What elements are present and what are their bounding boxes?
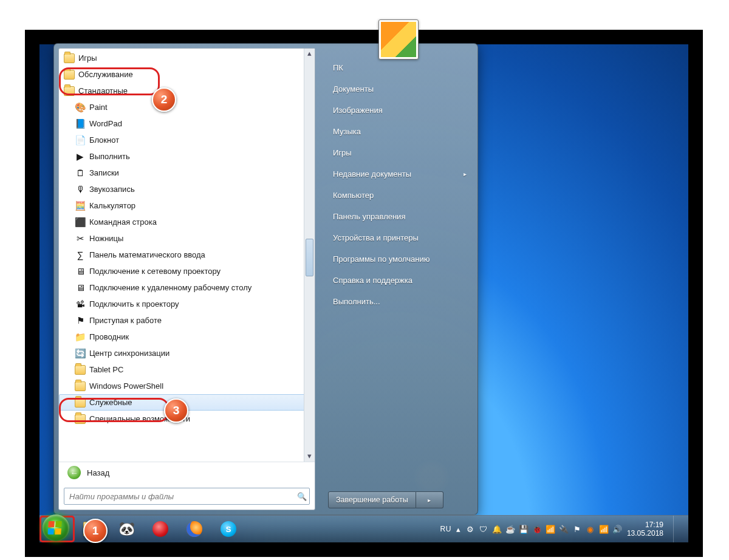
start-right-link[interactable]: Устройства и принтеры [328,227,471,248]
program-item[interactable]: 🖥 Подключение к сетевому проектору [59,263,315,279]
program-folder[interactable]: Игры [59,50,315,66]
program-item[interactable]: ∑ Панель математического ввода [59,247,315,263]
back-button[interactable]: ← Назад [59,462,315,483]
app-icon: 🖥 [75,282,86,293]
program-label: Командная строка [89,217,157,227]
program-subfolder[interactable]: Служебные [59,394,315,411]
tray-icon[interactable]: 💾 [519,524,529,534]
folder-icon [75,381,86,392]
program-subfolder[interactable]: Специальные возможности [59,411,315,427]
program-item[interactable]: 🎙 Звукозапись [59,181,315,197]
program-label: Выполнить [89,152,130,161]
program-item[interactable]: 🧮 Калькулятор [59,197,315,214]
app-icon: ∑ [75,250,86,261]
start-right-link[interactable]: Справка и поддержка [328,270,471,291]
program-item[interactable]: 📁 Проводник [59,329,315,345]
chevron-right-icon: ▸ [464,171,467,177]
volume-icon[interactable]: 🔊 [612,524,622,534]
search-row: 🔍 [59,483,315,510]
taskbar-explorer[interactable] [76,517,109,541]
start-right-link[interactable]: Панель управления [328,206,471,227]
app-icon: 📁 [75,332,86,343]
app-icon: ⬛ [75,217,86,228]
network-icon[interactable]: 📶 [599,524,609,534]
start-button[interactable] [43,514,69,541]
program-item[interactable]: ⬛ Командная строка [59,214,315,230]
start-right-link[interactable]: Документы [328,78,471,100]
program-label: Paint [89,103,108,112]
user-avatar[interactable] [378,19,419,60]
tray-icon[interactable]: ◉ [586,524,595,534]
program-label: Подключить к проектору [89,299,179,309]
shutdown-more-button[interactable]: ▸ [416,491,443,508]
flag-icon[interactable]: ⚑ [572,524,582,534]
right-link-label: Музыка [333,127,361,136]
start-right-link[interactable]: Недавние документы▸ [328,163,471,185]
taskbar-app-2[interactable]: 🐼 [110,517,143,541]
shutdown-row: Завершение работы ▸ [328,491,471,508]
programs-scrollbar[interactable]: ▴ ▾ [304,49,315,462]
network-icon[interactable]: 📶 [546,524,555,534]
folder-icon [75,364,86,375]
program-label: Обслуживание [78,70,133,79]
program-item[interactable]: 🗒 Записки [59,165,315,181]
tray-icon[interactable]: 🛡 [479,524,488,534]
program-folder[interactable]: Стандартные [59,83,315,99]
taskbar-skype[interactable]: S [212,517,245,541]
taskbar-opera[interactable] [144,517,177,541]
show-desktop-button[interactable] [673,516,680,542]
program-label: Звукозапись [89,185,135,194]
desktop: Игры Обслуживание Стандартные 🎨 Paint 📘 … [25,30,703,557]
scroll-thumb[interactable] [306,239,313,276]
search-box[interactable]: 🔍 [64,488,310,505]
canvas: Игры Обслуживание Стандартные 🎨 Paint 📘 … [0,0,729,560]
scroll-down-icon[interactable]: ▾ [304,451,315,462]
program-item[interactable]: 📘 WordPad [59,115,315,132]
start-right-link[interactable]: Компьютер [328,185,471,206]
program-label: Панель математического ввода [89,250,205,259]
program-item[interactable]: ⚑ Приступая к работе [59,312,315,329]
program-item[interactable]: 🔄 Центр синхронизации [59,345,315,361]
taskbar-apps: 🐼 S [76,517,245,541]
start-right-link[interactable]: Игры [328,142,471,163]
tray-icon[interactable]: ☕ [505,524,515,534]
program-subfolder[interactable]: Windows PowerShell [59,378,315,394]
tray-icon[interactable]: ⚙ [465,524,475,534]
start-right-link[interactable]: Изображения [328,100,471,121]
start-right-link[interactable]: Программы по умолчанию [328,248,471,270]
program-item[interactable]: 🎨 Paint [59,99,315,115]
clock-time: 17:19 [627,521,663,529]
program-subfolder[interactable]: Tablet PC [59,361,315,378]
taskbar-firefox[interactable] [178,517,211,541]
program-item[interactable]: 📽 Подключить к проектору [59,296,315,312]
folder-icon [64,69,75,80]
taskbar: 🐼 S RU ▴ ⚙ 🛡 🔔 ☕ 💾 🐞 📶 🔌 ⚑ ◉ [39,515,688,542]
clock-date: 13.05.2018 [627,529,663,538]
chevron-right-icon: ▸ [428,497,431,504]
search-input[interactable] [64,492,295,501]
opera-icon [152,521,168,537]
start-right-link[interactable]: Выполнить... [328,291,471,312]
skype-icon: S [221,521,236,537]
program-item[interactable]: 🖥 Подключение к удаленному рабочему стол… [59,279,315,296]
tray-expand-icon[interactable]: ▴ [456,525,460,534]
program-label: Windows PowerShell [89,381,163,391]
right-link-label: Документы [333,84,374,94]
start-right-link[interactable]: ПК [328,57,471,78]
right-link-label: Выполнить... [333,297,380,306]
tray-icon[interactable]: 🐞 [532,524,542,534]
tray-icon[interactable]: 🔔 [492,524,502,534]
program-item[interactable]: ✂ Ножницы [59,230,315,247]
tray-icon[interactable]: 🔌 [559,524,569,534]
language-indicator[interactable]: RU [440,525,451,533]
program-folder[interactable]: Обслуживание [59,66,315,83]
start-right-link[interactable]: Музыка [328,121,471,142]
program-item[interactable]: 📄 Блокнот [59,132,315,148]
program-item[interactable]: ▶ Выполнить [59,148,315,165]
right-link-label: Недавние документы [333,169,411,179]
tray-clock[interactable]: 17:19 13.05.2018 [627,521,663,538]
scroll-up-icon[interactable]: ▴ [304,49,315,59]
right-link-label: Устройства и принтеры [333,233,419,242]
programs-list[interactable]: Игры Обслуживание Стандартные 🎨 Paint 📘 … [59,49,315,462]
shutdown-button[interactable]: Завершение работы [328,491,416,508]
